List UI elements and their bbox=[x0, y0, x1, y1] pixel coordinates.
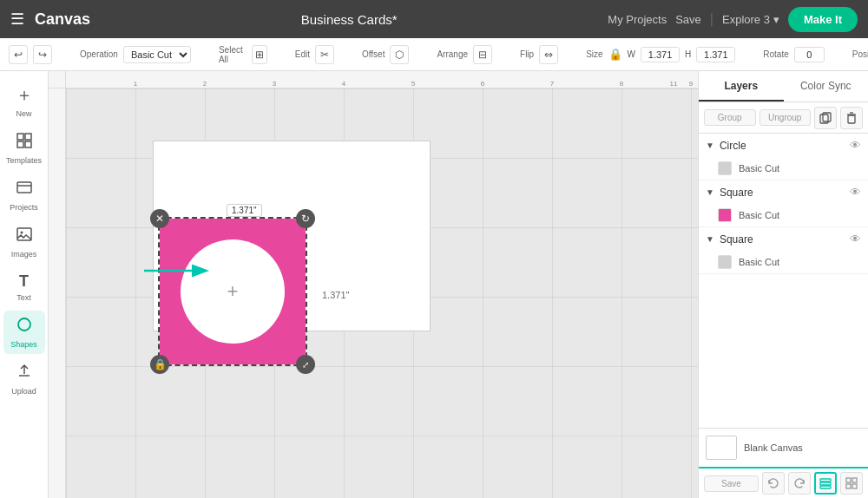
layer-group-circle: ▼ Circle 👁 Basic Cut bbox=[699, 134, 868, 180]
eye-icon-square-2[interactable]: 👁 bbox=[850, 233, 861, 246]
layer-item-square-2[interactable]: Basic Cut bbox=[699, 251, 868, 273]
select-all-label: Select All bbox=[219, 45, 247, 64]
blank-canvas-thumbnail bbox=[706, 436, 737, 460]
group-button[interactable]: Group bbox=[704, 109, 756, 126]
flip-label: Flip bbox=[520, 49, 534, 59]
width-input[interactable] bbox=[641, 47, 680, 62]
rotate-input[interactable] bbox=[794, 47, 825, 62]
bottom-redo-button[interactable] bbox=[788, 472, 811, 495]
caret-icon: ▼ bbox=[706, 234, 714, 244]
bottom-save-button[interactable]: Save bbox=[704, 475, 759, 492]
rotate-group: Rotate bbox=[763, 47, 824, 62]
svg-rect-0 bbox=[17, 134, 23, 140]
svg-rect-2 bbox=[17, 141, 23, 147]
panel-bottom-toolbar: Save bbox=[699, 467, 868, 498]
svg-rect-12 bbox=[848, 115, 855, 123]
select-all-button[interactable]: ⊞ bbox=[252, 45, 267, 64]
chevron-down-icon: ▾ bbox=[773, 13, 779, 26]
sidebar-item-templates[interactable]: Templates bbox=[3, 127, 45, 170]
svg-rect-21 bbox=[852, 484, 857, 488]
flip-button[interactable]: ⇔ bbox=[539, 45, 558, 64]
left-sidebar: ＋ New Templates Projects Images T Text bbox=[0, 71, 49, 498]
svg-rect-4 bbox=[17, 182, 31, 193]
sidebar-item-projects[interactable]: Projects bbox=[3, 174, 45, 217]
shape-group[interactable]: + bbox=[160, 219, 306, 364]
canvas-content[interactable]: + ✕ ↻ 🔒 ⤢ 1.371" 1.371" bbox=[66, 88, 698, 498]
position-group: Position X Y bbox=[852, 47, 868, 62]
make-it-button[interactable]: Make It bbox=[788, 7, 858, 32]
sidebar-item-upload[interactable]: Upload bbox=[3, 357, 45, 401]
shapes-icon bbox=[16, 316, 33, 337]
caret-icon: ▼ bbox=[706, 141, 714, 150]
my-projects-link[interactable]: My Projects bbox=[608, 13, 667, 26]
ungroup-button[interactable]: Ungroup bbox=[760, 109, 812, 126]
menu-icon[interactable]: ☰ bbox=[10, 10, 24, 29]
offset-button[interactable]: ⬡ bbox=[390, 45, 409, 64]
redo-button[interactable]: ↪ bbox=[33, 45, 52, 64]
main-area: ＋ New Templates Projects Images T Text bbox=[0, 71, 868, 498]
sidebar-item-label: Upload bbox=[11, 387, 36, 396]
delete-button[interactable] bbox=[840, 107, 863, 129]
tab-color-sync[interactable]: Color Sync bbox=[784, 71, 869, 102]
explore-link[interactable]: Explore 3 ▾ bbox=[722, 13, 779, 26]
eye-icon-circle[interactable]: 👁 bbox=[850, 139, 861, 152]
blank-canvas-area: Blank Canvas bbox=[699, 428, 868, 467]
operation-group: Operation Basic Cut bbox=[80, 46, 191, 63]
panel-toolbar: Group Ungroup bbox=[699, 102, 868, 134]
sidebar-item-images[interactable]: Images bbox=[3, 220, 45, 264]
history-group: ↩ ↪ bbox=[9, 45, 52, 64]
layer-swatch-square-1 bbox=[718, 208, 732, 222]
sidebar-item-shapes[interactable]: Shapes bbox=[3, 311, 45, 354]
bottom-grid-button[interactable] bbox=[840, 472, 863, 495]
layer-item-square-1[interactable]: Basic Cut bbox=[699, 204, 868, 226]
sidebar-item-label: Templates bbox=[6, 156, 42, 165]
nav-right: My Projects Save | Explore 3 ▾ Make It bbox=[608, 7, 858, 32]
svg-rect-20 bbox=[846, 484, 851, 488]
layer-item-circle[interactable]: Basic Cut bbox=[699, 157, 868, 180]
ruler-corner bbox=[49, 71, 66, 88]
layer-item-label-circle: Basic Cut bbox=[739, 163, 779, 174]
size-group: Size 🔒 W H bbox=[586, 47, 735, 62]
layer-swatch-square-2 bbox=[718, 255, 732, 269]
tab-layers[interactable]: Layers bbox=[699, 71, 784, 102]
offset-group: Offset ⬡ bbox=[362, 45, 410, 64]
duplicate-button[interactable] bbox=[814, 107, 837, 129]
position-label: Position bbox=[852, 49, 868, 59]
layer-name-square-1: Square bbox=[720, 187, 845, 199]
document-title: Business Cards* bbox=[101, 12, 597, 27]
layers-list: ▼ Circle 👁 Basic Cut ▼ Square 👁 bbox=[699, 134, 868, 428]
height-input[interactable] bbox=[696, 47, 735, 62]
sidebar-item-text[interactable]: T Text bbox=[3, 267, 45, 307]
layer-header-square-1[interactable]: ▼ Square 👁 bbox=[699, 180, 868, 204]
rotate-label: Rotate bbox=[763, 49, 788, 59]
operation-select[interactable]: Basic Cut bbox=[123, 46, 191, 63]
offset-label: Offset bbox=[362, 49, 385, 59]
right-panel: Layers Color Sync Group Ungroup ▼ Circle… bbox=[698, 71, 868, 498]
dimension-label-top: 1.371" bbox=[227, 204, 262, 217]
svg-rect-17 bbox=[820, 486, 831, 488]
edit-button[interactable]: ✂ bbox=[315, 45, 334, 64]
save-button[interactable]: Save bbox=[675, 13, 701, 26]
undo-button[interactable]: ↩ bbox=[9, 45, 28, 64]
nav-divider: | bbox=[710, 11, 713, 27]
size-label: Size bbox=[586, 49, 602, 59]
flip-group: Flip ⇔ bbox=[520, 45, 558, 64]
svg-point-7 bbox=[18, 318, 30, 331]
layer-name-circle: Circle bbox=[720, 140, 845, 152]
layer-header-circle[interactable]: ▼ Circle 👁 bbox=[699, 134, 868, 157]
layer-header-square-2[interactable]: ▼ Square 👁 bbox=[699, 227, 868, 251]
eye-icon-square-1[interactable]: 👁 bbox=[850, 186, 861, 199]
arrange-button[interactable]: ⊟ bbox=[473, 45, 492, 64]
ruler-left bbox=[49, 88, 66, 498]
bottom-undo-button[interactable] bbox=[762, 472, 785, 495]
lock-icon: 🔒 bbox=[608, 48, 622, 61]
canvas-area[interactable]: 1 2 3 4 5 6 7 8 9 10 11 bbox=[49, 71, 698, 498]
upload-icon bbox=[16, 363, 33, 384]
white-circle[interactable]: + bbox=[181, 239, 285, 344]
svg-point-6 bbox=[20, 232, 23, 234]
bottom-layers-button[interactable] bbox=[814, 472, 837, 495]
layer-group-square-2: ▼ Square 👁 Basic Cut bbox=[699, 227, 868, 274]
select-all-group: Select All ⊞ bbox=[219, 45, 267, 64]
pink-square[interactable]: + bbox=[160, 219, 306, 364]
sidebar-item-new[interactable]: ＋ New bbox=[3, 78, 45, 123]
